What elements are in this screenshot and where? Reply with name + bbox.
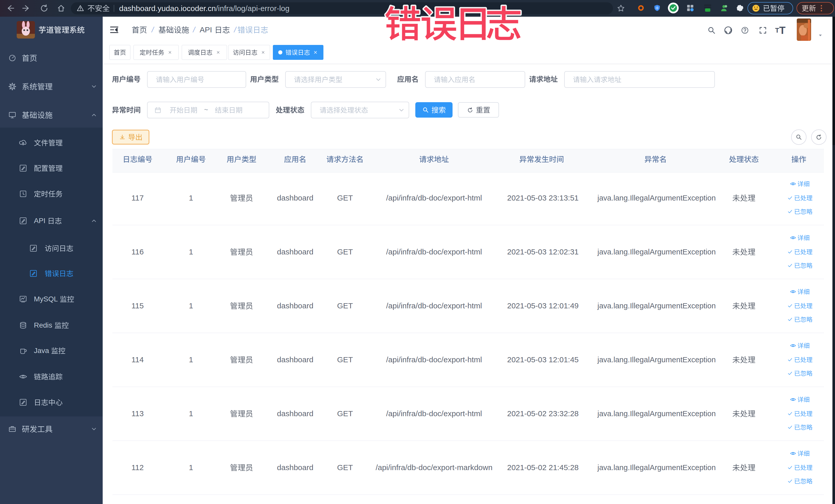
svg-text:on: on bbox=[707, 9, 709, 11]
